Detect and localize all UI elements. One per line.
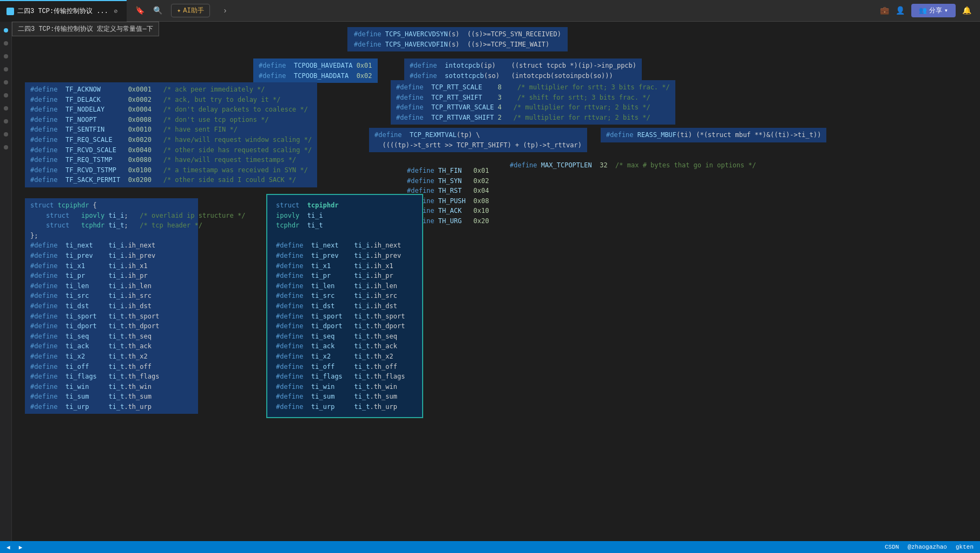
share-chevron: ▾ [944, 6, 948, 15]
rtt-defines-block: #define TCP_RTT_SCALE 8 /* multiplier fo… [391, 80, 675, 125]
intotcpcb-block: #define intotcpcb(ip) ((struct tcpcb *)(… [404, 58, 642, 83]
top-bar: 二四3 TCP:传输控制协议 ... ⊘ 🔖 🔍 ✦ AI助手 › 💼 👤 👥 … [0, 0, 980, 22]
tab-file-icon [6, 8, 14, 15]
sidebar-dot-1[interactable] [4, 28, 8, 32]
toolbar-icons: 🔖 🔍 ✦ AI助手 › [127, 4, 236, 17]
share-icon: 👥 [919, 6, 927, 15]
sidebar-dot-9[interactable] [4, 132, 8, 136]
struct-tcpiphdr-right-block: struct tcpiphdr ipovly ti_i tcphdr ti_t … [266, 194, 423, 418]
sidebar-dot-5[interactable] [4, 80, 8, 84]
active-tab[interactable]: 二四3 TCP:传输控制协议 ... ⊘ [0, 0, 127, 22]
sidebar-dot-7[interactable] [4, 106, 8, 110]
tab-label: 二四3 TCP:传输控制协议 ... [17, 6, 108, 16]
tooltip: 二四3 TCP:传输控制协议 宏定义与常量值—下 [12, 22, 159, 36]
nav-prev-icon[interactable]: ◀ [6, 544, 10, 551]
sidebar-dot-4[interactable] [4, 67, 8, 71]
site-label: CSDN [885, 544, 899, 550]
sidebar-dot-8[interactable] [4, 119, 8, 123]
tcps-defines-block: #define TCPS_HAVERCVDSYN(s) ((s)>=TCPS_S… [347, 27, 568, 51]
bookmark-icon[interactable]: 🔖 [135, 6, 144, 15]
share-button[interactable]: 👥 分享 ▾ [911, 4, 956, 17]
right-tools: 💼 👤 👥 分享 ▾ 🔔 [880, 4, 980, 17]
sidebar-dot-6[interactable] [4, 93, 8, 97]
nav-forward-icon[interactable]: › [223, 6, 227, 15]
search-icon[interactable]: 🔍 [153, 6, 162, 15]
bell-icon[interactable]: 🔔 [962, 6, 971, 15]
tcpoob-block: #define TCPOOB_HAVEDATA 0x01 #define TCP… [253, 58, 378, 83]
left-sidebar [0, 22, 12, 553]
nav-next-icon[interactable]: ▶ [19, 544, 23, 551]
bag-icon[interactable]: 💼 [880, 6, 889, 15]
ai-label: AI助手 [183, 6, 203, 15]
user-label: @zhaogazhao [907, 544, 947, 550]
sidebar-dot-10[interactable] [4, 145, 8, 149]
tooltip-text: 二四3 TCP:传输控制协议 宏定义与常量值—下 [18, 25, 153, 33]
tf-flags-block: #define TF_ACKNOW 0x0001 /* ack peer imm… [25, 82, 317, 187]
avatar-icon[interactable]: 👤 [896, 6, 905, 15]
sidebar-dot-2[interactable] [4, 41, 8, 45]
ai-assistant-button[interactable]: ✦ AI助手 [171, 4, 210, 17]
rexmt-block: #define TCP_REXMTVAL(tp) \ ((((tp)->t_sr… [369, 128, 587, 152]
ai-logo: ✦ [177, 6, 181, 15]
reass-mbuf-block: #define REASS_MBUF(ti) (*(struct mbuf **… [601, 128, 826, 142]
sidebar-dot-3[interactable] [4, 54, 8, 58]
extra-label: gkten [956, 544, 974, 550]
struct-tcpiphdr-left-block: struct tcpiphdr { struct ipovly ti_i; /*… [25, 198, 198, 414]
max-tcpoptlen-block: #define MAX_TCPOPTLEN 32 /* max # bytes … [504, 158, 761, 173]
main-content: #define TCPS_HAVERCVDSYN(s) ((s)>=TCPS_S… [12, 22, 980, 553]
bottom-bar: ◀ ▶ CSDN @zhaogazhao gkten [0, 541, 980, 553]
share-label: 分享 [929, 6, 942, 15]
tab-close-button[interactable]: ⊘ [111, 7, 120, 16]
